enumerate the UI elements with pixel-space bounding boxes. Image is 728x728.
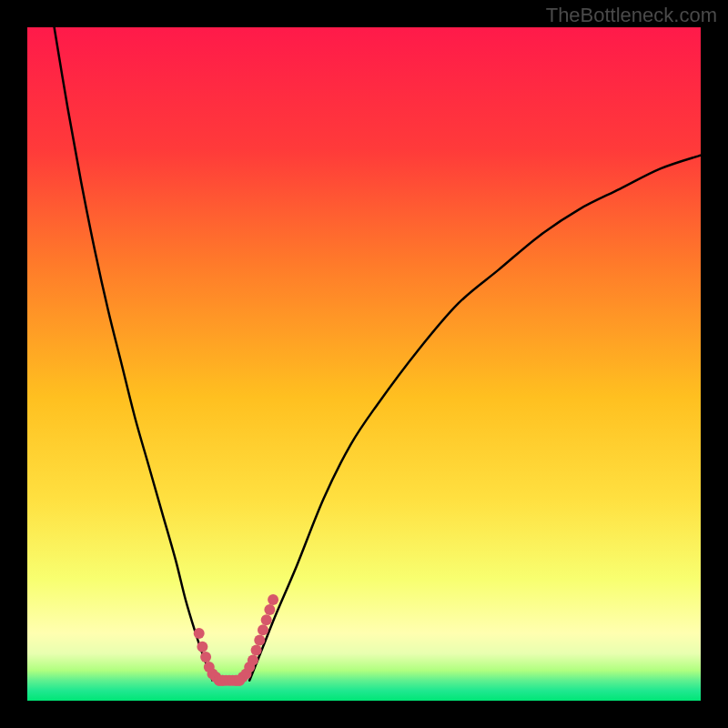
svg-point-2: [200, 652, 211, 662]
chart-svg: [0, 0, 728, 728]
svg-point-1: [197, 642, 207, 652]
svg-point-19: [268, 594, 278, 605]
chart-container: { "watermark": "TheBottleneck.com", "cha…: [0, 0, 728, 728]
watermark-text: TheBottleneck.com: [546, 4, 717, 27]
svg-point-15: [254, 634, 265, 645]
svg-point-16: [258, 624, 268, 635]
svg-point-17: [261, 614, 272, 625]
svg-point-14: [251, 645, 262, 656]
svg-point-13: [248, 655, 258, 666]
plot-area: [27, 27, 701, 701]
highlight-dots-flat: [214, 675, 245, 686]
svg-point-0: [194, 628, 205, 639]
svg-point-18: [264, 604, 275, 615]
svg-point-26: [234, 675, 245, 686]
